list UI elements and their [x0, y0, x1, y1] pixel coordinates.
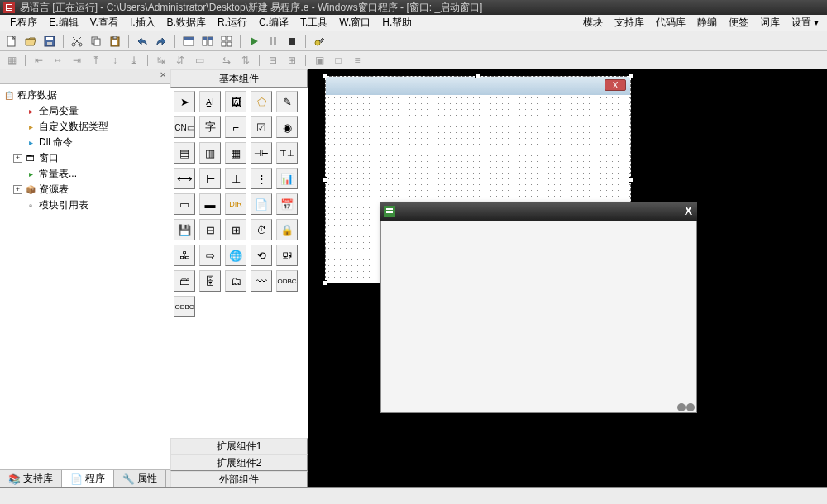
tab-property[interactable]: 🔧 属性: [114, 470, 166, 487]
comp-broken-icon[interactable]: ⋮: [251, 168, 272, 189]
menu-program[interactable]: F.程序: [5, 14, 42, 31]
paste-icon[interactable]: [107, 33, 123, 50]
same-width-icon[interactable]: ↹: [153, 53, 170, 68]
comp-chart-icon[interactable]: 📊: [276, 168, 298, 189]
open-file-icon[interactable]: [22, 33, 39, 50]
tree-item-types[interactable]: ▸ 自定义数据类型: [13, 119, 166, 135]
menu-tools[interactable]: T.工具: [295, 14, 332, 31]
cut-icon[interactable]: [69, 33, 85, 50]
comp-calendar-icon[interactable]: 📅: [276, 193, 298, 215]
comp-tab-ext2[interactable]: 扩展组件2: [170, 454, 308, 471]
comp-combo-icon[interactable]: ▥: [199, 142, 221, 164]
align-top-icon[interactable]: ⤒: [88, 53, 104, 68]
resize-grip-icon[interactable]: [677, 403, 695, 411]
menu-compile[interactable]: C.编译: [254, 14, 294, 31]
redo-icon[interactable]: [153, 33, 170, 50]
comp-drive-icon[interactable]: 💾: [174, 219, 195, 240]
rmenu-settings[interactable]: 设置 ▾: [788, 14, 822, 31]
comp-hscroll-icon[interactable]: ⟷: [174, 168, 195, 189]
resize-handle-n[interactable]: [475, 73, 480, 78]
resize-handle-nw[interactable]: [322, 73, 327, 78]
align-vcenter-icon[interactable]: ↕: [107, 53, 123, 68]
comp-doc-icon[interactable]: 📄: [251, 193, 272, 215]
menu-edit[interactable]: E.编辑: [44, 14, 83, 31]
comp-db2-icon[interactable]: 🗄: [199, 270, 221, 292]
grid-icon[interactable]: ▦: [3, 53, 20, 68]
comp-corner-icon[interactable]: ⌐: [225, 116, 246, 138]
menu-view[interactable]: V.查看: [85, 14, 123, 31]
resize-handle-ne[interactable]: [629, 73, 634, 78]
menu-database[interactable]: B.数据库: [162, 14, 211, 31]
tree-item-const[interactable]: ▸ 常量表...: [13, 166, 166, 182]
vspace-icon[interactable]: ⇅: [237, 53, 254, 68]
form-close-button[interactable]: X: [605, 79, 626, 91]
tree-item-global[interactable]: ▸ 全局变量: [13, 103, 166, 119]
pause-icon[interactable]: [265, 33, 281, 50]
tree-item-res[interactable]: + 📦 资源表: [13, 182, 166, 197]
build-icon[interactable]: [311, 33, 327, 50]
menu-window[interactable]: W.窗口: [334, 14, 375, 31]
comp-radio-icon[interactable]: ◉: [276, 116, 298, 138]
comp-vrule-icon[interactable]: ⊥: [225, 168, 246, 189]
comp-odbc2-icon[interactable]: ODBC: [174, 296, 195, 317]
resize-handle-e[interactable]: [629, 177, 634, 183]
comp-draw-icon[interactable]: ✎: [276, 91, 298, 112]
tree-expand-icon[interactable]: +: [13, 185, 22, 194]
same-size-icon[interactable]: ▭: [191, 53, 208, 68]
comp-dir-icon[interactable]: DIR: [225, 193, 246, 215]
comp-net-icon[interactable]: 🖳: [276, 245, 298, 266]
align-hcenter-icon[interactable]: ↔: [50, 53, 66, 68]
align-bottom-icon[interactable]: ⤓: [126, 53, 142, 68]
comp-tab-ext1[interactable]: 扩展组件1: [170, 438, 308, 454]
save-icon[interactable]: [41, 33, 58, 50]
rmenu-codebase[interactable]: 代码库: [653, 14, 689, 31]
tab-program[interactable]: 📄 程序: [62, 470, 114, 487]
rmenu-module[interactable]: 模块: [580, 14, 606, 31]
comp-marquee-icon[interactable]: ⟲: [251, 245, 272, 266]
comp-db3-icon[interactable]: 🗂: [225, 270, 246, 292]
comp-send-icon[interactable]: ⇨: [199, 245, 221, 266]
comp-char-icon[interactable]: 字: [199, 116, 221, 138]
comp-odbc1-icon[interactable]: ODBC: [276, 270, 298, 292]
copy-icon[interactable]: [88, 33, 104, 50]
panes3-icon[interactable]: [218, 33, 235, 50]
comp-header-basic[interactable]: 基本组件: [170, 69, 308, 88]
comp-tab-external[interactable]: 外部组件: [170, 471, 308, 487]
comp-shape-icon[interactable]: ⬠: [251, 91, 272, 112]
comp-grid2-icon[interactable]: ⊞: [225, 219, 246, 240]
comp-panel-icon[interactable]: ▭: [174, 193, 195, 215]
comp-picture-icon[interactable]: 🖼: [225, 91, 246, 112]
align-left-icon[interactable]: ⇤: [31, 53, 47, 68]
comp-progress-icon[interactable]: ▬: [199, 193, 221, 215]
runtime-titlebar[interactable]: X: [380, 202, 697, 221]
comp-wave-icon[interactable]: 〰: [251, 270, 272, 292]
tree-expand-icon[interactable]: +: [13, 154, 22, 163]
rmenu-static[interactable]: 静编: [694, 14, 720, 31]
comp-edit-icon[interactable]: CN▭: [174, 116, 195, 138]
run-icon[interactable]: [246, 33, 262, 50]
tab-order-icon[interactable]: ≡: [349, 53, 366, 68]
resize-handle-w[interactable]: [322, 177, 327, 183]
runtime-close-icon[interactable]: X: [685, 204, 692, 217]
rmenu-dict[interactable]: 词库: [757, 14, 783, 31]
panes1-icon[interactable]: [180, 33, 197, 50]
tree-root[interactable]: 📋 程序数据: [3, 88, 166, 103]
bring-front-icon[interactable]: ▣: [311, 53, 327, 68]
center-v-icon[interactable]: ⊞: [284, 53, 300, 68]
comp-timer-icon[interactable]: ⏱: [251, 219, 272, 240]
comp-rule-icon[interactable]: ⊢: [199, 168, 221, 189]
runtime-window[interactable]: X: [380, 202, 697, 413]
comp-list-icon[interactable]: ▤: [174, 142, 195, 164]
menu-help[interactable]: H.帮助: [377, 14, 417, 31]
tree-item-window[interactable]: + 🗔 窗口: [13, 150, 166, 166]
comp-tree-icon[interactable]: ⊟: [199, 219, 221, 240]
panel-close-icon[interactable]: ✕: [160, 70, 166, 79]
comp-explorer-icon[interactable]: 🌐: [225, 245, 246, 266]
comp-check-icon[interactable]: ☑: [251, 116, 272, 138]
undo-icon[interactable]: [134, 33, 151, 50]
tree-item-modules[interactable]: ▫ 模块引用表: [13, 197, 166, 213]
panes2-icon[interactable]: [199, 33, 216, 50]
new-file-icon[interactable]: [3, 33, 20, 50]
resize-handle-sw[interactable]: [322, 280, 327, 286]
menu-run[interactable]: R.运行: [213, 14, 252, 31]
